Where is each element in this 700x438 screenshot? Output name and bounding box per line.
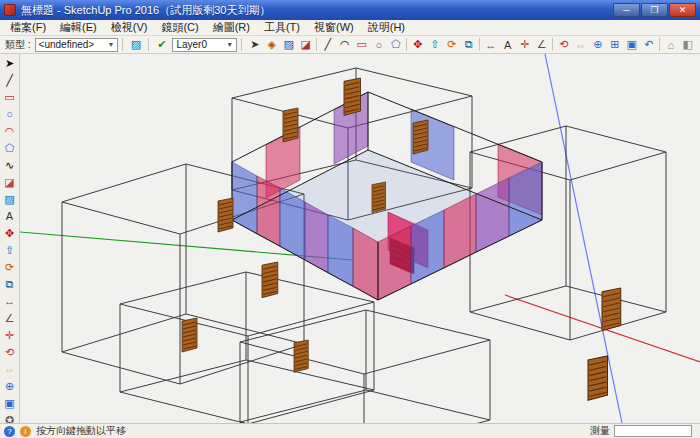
help-icon[interactable]: ? — [4, 426, 15, 437]
toolbar-separator — [479, 38, 480, 51]
palette-rotate-icon[interactable]: ⟳ — [1, 259, 18, 275]
palette-orbit-icon[interactable]: ⟲ — [1, 344, 18, 360]
previous-view-icon[interactable]: ↶ — [640, 37, 657, 53]
speaker — [344, 78, 361, 115]
tape-measure-icon[interactable]: ↔ — [482, 37, 499, 53]
rectangle-tool-icon[interactable]: ▭ — [353, 37, 370, 53]
palette-eraser-icon[interactable]: ◪ — [1, 174, 18, 190]
toolbar-separator — [148, 38, 149, 51]
chevron-down-icon: ▼ — [103, 41, 114, 48]
palette-polygon-icon[interactable]: ⬠ — [1, 140, 18, 156]
iso-view-icon[interactable]: ◧ — [679, 37, 696, 53]
menu-item-7[interactable]: 視窗(W) — [307, 20, 361, 35]
speaker — [294, 340, 308, 372]
speaker — [283, 108, 298, 142]
status-bar: ? i 按方向鍵拖動以平移 測量 — [0, 423, 700, 438]
tool-palette: ➤╱▭○◠⬠∿◪▨A✥⇧⟳⧉↔∠✛⟲⇔⊕▣✪ — [0, 54, 20, 423]
model-canvas[interactable] — [20, 54, 700, 423]
circle-tool-icon[interactable]: ○ — [370, 37, 387, 53]
menu-item-5[interactable]: 繪圖(R) — [206, 20, 257, 35]
sketchup-logo-icon — [4, 4, 16, 16]
palette-move-icon[interactable]: ✥ — [1, 225, 18, 241]
menu-item-4[interactable]: 鏡頭(C) — [154, 20, 205, 35]
text-tool-icon[interactable]: A — [499, 37, 516, 53]
palette-line-icon[interactable]: ╱ — [1, 72, 18, 88]
palette-axes-icon[interactable]: ✛ — [1, 327, 18, 343]
status-hint: 按方向鍵拖動以平移 — [36, 424, 126, 438]
palette-circle-icon[interactable]: ○ — [1, 106, 18, 122]
line-tool-icon[interactable]: ╱ — [319, 37, 336, 53]
orbit-tool-icon[interactable]: ⟲ — [555, 37, 572, 53]
toolbar-separator — [316, 38, 317, 51]
palette-freehand-icon[interactable]: ∿ — [1, 157, 18, 173]
axes-tool-icon[interactable]: ✛ — [516, 37, 533, 53]
toolbar-icon-group: ➤◈▨◪╱◠▭○⬠✥⇧⟳⧉↔A✛∠⟲⇔⊕⊞▣↶⌂◧▤☼◫≡ — [246, 37, 697, 53]
speaker — [413, 120, 428, 154]
chevron-down-icon: ▼ — [222, 41, 233, 48]
classifier-type-select[interactable]: <undefined> ▼ — [35, 38, 119, 52]
palette-offset-icon[interactable]: ⧉ — [1, 276, 18, 292]
select-tool-icon[interactable]: ➤ — [246, 37, 263, 53]
menu-item-1[interactable]: 檔案(F) — [3, 20, 53, 35]
speaker — [588, 356, 608, 400]
minimize-button[interactable]: ─ — [613, 3, 640, 17]
toolbar-separator — [241, 38, 242, 51]
measurement-label: 測量 — [590, 424, 610, 438]
make-component-icon[interactable]: ◈ — [263, 37, 280, 53]
layer-pencil-icon[interactable]: ✔ — [153, 37, 170, 53]
palette-protractor-icon[interactable]: ∠ — [1, 310, 18, 326]
menu-item-8[interactable]: 說明(H) — [361, 20, 412, 35]
zoom-window-icon[interactable]: ⊞ — [606, 37, 623, 53]
speaker — [218, 198, 233, 232]
palette-paint-icon[interactable]: ▨ — [1, 191, 18, 207]
info-icon[interactable]: i — [20, 426, 31, 437]
paint-bucket-icon[interactable]: ▨ — [280, 37, 297, 53]
classifier-type-value: <undefined> — [39, 39, 95, 50]
dimension-tool-icon[interactable]: ∠ — [533, 37, 550, 53]
palette-rectangle-icon[interactable]: ▭ — [1, 89, 18, 105]
zoom-extents-icon[interactable]: ▣ — [623, 37, 640, 53]
measurement-input[interactable] — [614, 425, 692, 437]
sketchup-window: 無標題 - SketchUp Pro 2016（試用版剩30天到期） ─ ❐ ✕… — [0, 0, 700, 438]
top-view-icon[interactable]: ▤ — [696, 37, 697, 53]
eraser-icon[interactable]: ◪ — [297, 37, 314, 53]
menu-item-3[interactable]: 檢視(V) — [104, 20, 155, 35]
blue-axis-line — [545, 54, 622, 423]
palette-zoom-icon[interactable]: ⊕ — [1, 378, 18, 394]
menu-item-6[interactable]: 工具(T) — [257, 20, 307, 35]
palette-zoom-extents-icon[interactable]: ▣ — [1, 395, 18, 411]
push-pull-tool-icon[interactable]: ⇧ — [426, 37, 443, 53]
arc-tool-icon[interactable]: ◠ — [336, 37, 353, 53]
palette-push-pull-icon[interactable]: ⇧ — [1, 242, 18, 258]
palette-select-icon[interactable]: ➤ — [1, 55, 18, 71]
toolbar-separator — [659, 38, 660, 51]
palette-pan-icon[interactable]: ⇔ — [1, 361, 18, 377]
palette-tape-icon[interactable]: ↔ — [1, 293, 18, 309]
menu-bar: 檔案(F)編輯(E)檢視(V)鏡頭(C)繪圖(R)工具(T)視窗(W)說明(H) — [0, 20, 700, 36]
move-tool-icon[interactable]: ✥ — [409, 37, 426, 53]
front-view-icon[interactable]: ⌂ — [662, 37, 679, 53]
toolbar-separator — [406, 38, 407, 51]
speaker — [602, 288, 621, 331]
palette-text-icon[interactable]: A — [1, 208, 18, 224]
speaker — [262, 262, 278, 298]
zoom-tool-icon[interactable]: ⊕ — [589, 37, 606, 53]
menu-item-2[interactable]: 編輯(E) — [53, 20, 104, 35]
offset-tool-icon[interactable]: ⧉ — [460, 37, 477, 53]
layer-select[interactable]: Layer0 ▼ — [172, 38, 237, 52]
house-model — [232, 92, 542, 300]
polygon-tool-icon[interactable]: ⬠ — [387, 37, 404, 53]
rotate-tool-icon[interactable]: ⟳ — [443, 37, 460, 53]
toolbar-separator — [122, 38, 123, 51]
maximize-button[interactable]: ❐ — [641, 3, 668, 17]
wireframe-box — [240, 310, 490, 423]
close-button[interactable]: ✕ — [669, 3, 696, 17]
palette-arc-icon[interactable]: ◠ — [1, 123, 18, 139]
main-toolbar: 類型 : <undefined> ▼ ▨ ✔ Layer0 ▼ ➤◈▨◪╱◠▭○… — [0, 36, 700, 54]
window-title: 無標題 - SketchUp Pro 2016（試用版剩30天到期） — [21, 3, 270, 18]
speaker — [372, 182, 386, 213]
paint-bucket-toolbar-icon[interactable]: ▨ — [127, 37, 144, 53]
pan-tool-icon[interactable]: ⇔ — [572, 37, 589, 53]
layer-value: Layer0 — [176, 39, 207, 50]
classifier-type-label: 類型 : — [3, 38, 33, 52]
